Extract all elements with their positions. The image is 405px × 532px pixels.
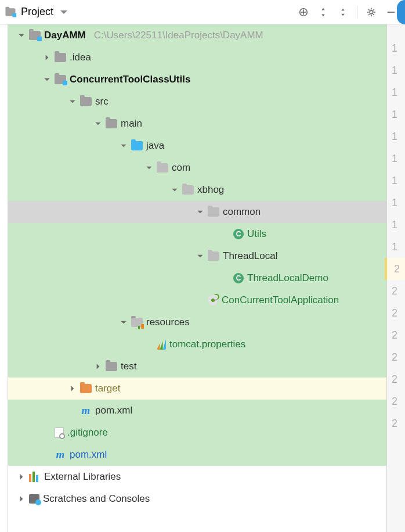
tree-item-test[interactable]: test <box>8 355 386 378</box>
gutter-line-number: 1 <box>387 148 405 170</box>
dropdown-chevron-icon[interactable] <box>58 6 70 18</box>
java-class-icon: C <box>233 273 244 283</box>
tree-item-label: External Libraries <box>44 471 121 483</box>
tree-item-label: Scratches and Consoles <box>43 493 150 505</box>
svg-point-1 <box>370 10 373 14</box>
java-class-icon: C <box>233 229 244 239</box>
tree-root-dayamm[interactable]: DayAMM C:\Users\22511\IdeaProjects\DayAM… <box>8 24 386 46</box>
libraries-icon <box>29 472 41 482</box>
settings-gear-icon[interactable] <box>366 6 377 18</box>
collapse-all-icon[interactable] <box>337 6 349 18</box>
tree-item-pom-inner[interactable]: m pom.xml <box>8 400 386 422</box>
maven-icon: m <box>55 450 66 460</box>
chevron-down-icon[interactable] <box>120 318 128 326</box>
folder-icon <box>106 362 117 371</box>
chevron-down-icon[interactable] <box>171 186 179 194</box>
tree-item-label: java <box>146 140 164 152</box>
tree-item-target[interactable]: target <box>8 378 386 400</box>
package-icon <box>208 207 219 217</box>
svg-point-3 <box>211 299 215 302</box>
tree-item-common[interactable]: common <box>8 201 386 223</box>
select-opened-file-icon[interactable] <box>298 6 309 18</box>
gutter-line-number: 2 <box>387 412 405 434</box>
chevron-right-icon[interactable] <box>17 473 26 481</box>
tree-item-label: ThreadLocal <box>223 250 278 262</box>
tree-item-label: ConCurrentToolApplication <box>222 294 339 306</box>
tree-item-label: xbhog <box>197 184 224 196</box>
tree-item-main[interactable]: main <box>8 113 386 135</box>
tree-item-idea[interactable]: .idea <box>8 46 386 69</box>
module-folder-icon <box>29 31 41 40</box>
source-folder-icon <box>131 141 143 150</box>
gutter-line-number: 1 <box>387 37 405 59</box>
gutter-line-number: 2 <box>387 302 405 324</box>
tree-item-gitignore[interactable]: .gitignore <box>8 422 386 444</box>
chevron-right-icon[interactable] <box>94 362 102 371</box>
tree-item-com[interactable]: com <box>8 157 386 179</box>
tree-item-label: pom.xml <box>95 405 132 416</box>
tree-root-path: C:\Users\22511\IdeaProjects\DayAMM <box>94 30 263 41</box>
tree-item-tomcat-properties[interactable]: tomcat.properties <box>8 333 386 355</box>
tree-item-java[interactable]: java <box>8 135 386 157</box>
expand-all-icon[interactable] <box>317 6 329 18</box>
tree-item-threadlocaldemo[interactable]: C ThreadLocalDemo <box>8 267 386 289</box>
package-icon <box>182 185 194 195</box>
chevron-down-icon[interactable] <box>196 252 204 260</box>
tree-item-label: ThreadLocalDemo <box>247 272 328 284</box>
tree-item-label: src <box>95 96 109 107</box>
gutter-line-number: 1 <box>387 59 405 81</box>
left-gutter <box>0 24 8 532</box>
gutter-line-number: 2 <box>387 368 405 390</box>
gutter-line-number: 2 <box>387 346 405 368</box>
chevron-right-icon[interactable] <box>17 495 26 503</box>
tree-item-application[interactable]: ConCurrentToolApplication <box>8 289 386 311</box>
chevron-down-icon[interactable] <box>120 142 128 150</box>
tree-item-label: target <box>95 383 120 394</box>
package-icon <box>157 163 168 172</box>
chevron-down-icon[interactable] <box>68 98 77 106</box>
tree-item-label: ConcurrentToolClassUtils <box>70 74 190 85</box>
tree-item-pom-outer[interactable]: m pom.xml <box>8 444 386 466</box>
tree-item-label: com <box>172 162 190 174</box>
gutter-line-number: 1 <box>387 170 405 192</box>
tree-item-label: pom.xml <box>70 449 107 461</box>
scratches-icon <box>29 494 39 504</box>
tree-item-resources[interactable]: resources <box>8 311 386 333</box>
chevron-down-icon[interactable] <box>43 76 51 84</box>
tree-item-label: .gitignore <box>67 427 108 438</box>
tree-item-scratches[interactable]: Scratches and Consoles <box>8 488 386 510</box>
minimize-icon[interactable] <box>385 6 397 18</box>
chevron-right-icon[interactable] <box>43 53 51 62</box>
folder-icon <box>106 119 117 128</box>
tree-item-utils[interactable]: C Utils <box>8 223 386 245</box>
tree-item-external-libraries[interactable]: External Libraries <box>8 466 386 488</box>
tree-item-label: tomcat.properties <box>169 339 245 350</box>
maven-icon: m <box>80 405 92 416</box>
toolbar-divider <box>357 6 357 19</box>
chevron-right-icon[interactable] <box>68 384 77 393</box>
spring-boot-icon <box>208 295 218 305</box>
gutter-line-number: 1 <box>387 103 405 125</box>
properties-file-icon <box>157 339 166 350</box>
chevron-down-icon[interactable] <box>17 31 26 39</box>
resources-folder-icon <box>131 318 143 327</box>
chevron-down-icon[interactable] <box>196 208 204 216</box>
project-tree: DayAMM C:\Users\22511\IdeaProjects\DayAM… <box>8 24 386 532</box>
gutter-line-number: 1 <box>387 81 405 103</box>
chevron-down-icon[interactable] <box>94 120 102 128</box>
module-folder-icon <box>55 75 66 84</box>
excluded-folder-icon <box>80 384 92 393</box>
tree-item-label: .idea <box>70 52 91 63</box>
chevron-down-icon[interactable] <box>145 164 153 172</box>
tree-item-src[interactable]: src <box>8 91 386 113</box>
tree-item-xbhog[interactable]: xbhog <box>8 179 386 201</box>
tree-item-label: main <box>121 118 142 130</box>
gutter-line-number: 2 <box>385 258 405 280</box>
folder-icon <box>80 97 92 106</box>
project-title[interactable]: Project <box>21 6 53 18</box>
tree-item-threadlocal[interactable]: ThreadLocal <box>8 245 386 267</box>
tree-item-module[interactable]: ConcurrentToolClassUtils <box>8 69 386 91</box>
right-edge-handle[interactable] <box>397 0 405 24</box>
project-view-icon[interactable] <box>5 6 16 18</box>
gutter-line-number: 2 <box>387 324 405 346</box>
